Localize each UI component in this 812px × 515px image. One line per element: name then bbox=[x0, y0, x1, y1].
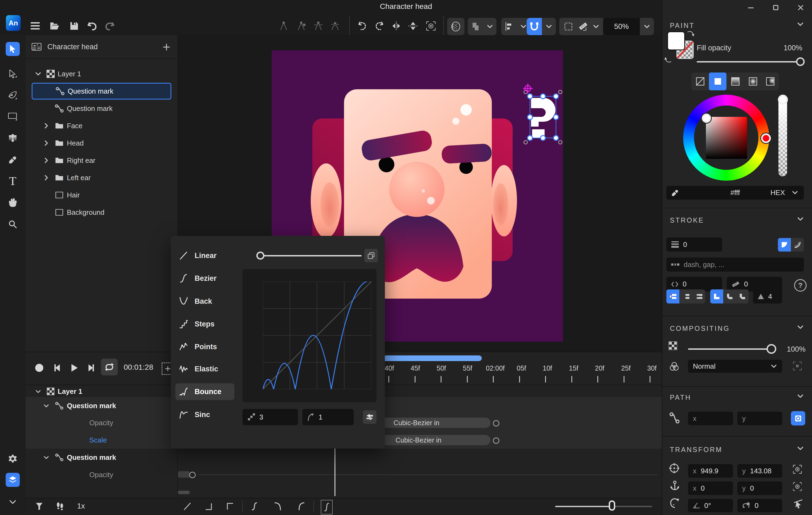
layer-row-background[interactable]: Background bbox=[26, 204, 177, 221]
collapse-rail-chevron-icon[interactable] bbox=[6, 496, 20, 508]
position-x-input[interactable]: x949.9 bbox=[688, 464, 733, 478]
timeline-row-layer1[interactable]: Layer 1 bbox=[26, 386, 177, 397]
layer-row-head[interactable]: Head bbox=[26, 135, 177, 151]
hex-mode-label[interactable]: HEX bbox=[771, 188, 785, 197]
join-bevel-button[interactable] bbox=[736, 290, 749, 303]
transform-collapse-chevron-icon[interactable] bbox=[797, 446, 804, 450]
easing-option-back[interactable]: Back bbox=[179, 294, 212, 308]
eyedropper-tool[interactable] bbox=[6, 153, 20, 167]
chevron-right-icon[interactable] bbox=[41, 157, 52, 163]
isolate-blending-icon[interactable] bbox=[793, 361, 802, 370]
position-origin-icon[interactable] bbox=[793, 465, 802, 474]
alpha-handle[interactable] bbox=[778, 95, 788, 105]
save-icon[interactable] bbox=[68, 20, 81, 32]
keyframe-hollow[interactable] bbox=[493, 420, 499, 427]
timeline-row-scale[interactable]: Scale bbox=[89, 436, 107, 445]
timeline-row-opacity-2[interactable]: Opacity bbox=[89, 471, 113, 479]
hex-mode-chevron-icon[interactable] bbox=[792, 191, 798, 194]
path-follow-button[interactable] bbox=[791, 411, 805, 425]
rotate-ccw-icon[interactable] bbox=[355, 20, 369, 32]
stroke-width-input[interactable]: 0 bbox=[666, 238, 722, 251]
path-section-header[interactable]: PATH bbox=[670, 394, 691, 401]
bounce-stiffness-input[interactable]: 1 bbox=[302, 409, 354, 425]
anchor-origin-icon[interactable] bbox=[793, 482, 802, 491]
zoom-tool[interactable] bbox=[6, 217, 20, 231]
character-nose[interactable] bbox=[389, 162, 444, 217]
anchor-x-input[interactable]: x0 bbox=[688, 481, 733, 495]
direct-select-tool[interactable] bbox=[6, 67, 20, 81]
layer-row-hair[interactable]: Hair bbox=[26, 187, 177, 203]
easing-smooth-icon[interactable] bbox=[249, 501, 260, 512]
swap-fill-stroke-icon[interactable] bbox=[687, 30, 694, 37]
align-dropdown[interactable] bbox=[501, 18, 530, 35]
transform-section-header[interactable]: TRANSFORM bbox=[670, 446, 722, 454]
bounce-count-input[interactable]: 3 bbox=[242, 409, 298, 425]
rectangle-tool[interactable] bbox=[6, 110, 20, 124]
undo-icon[interactable] bbox=[86, 20, 98, 32]
timeline-row-question-mark-1[interactable]: Question mark bbox=[26, 400, 177, 412]
text-tool[interactable]: T bbox=[6, 174, 20, 188]
maximize-button[interactable] bbox=[770, 2, 782, 13]
compositing-section-header[interactable]: COMPOSITING bbox=[670, 325, 730, 332]
stroke-help-icon[interactable]: ? bbox=[794, 279, 807, 292]
layer-row-right-ear[interactable]: Right ear bbox=[26, 152, 177, 169]
zoom-level-dropdown[interactable] bbox=[640, 18, 654, 35]
cap-round-button[interactable] bbox=[679, 290, 692, 303]
layers-mode-button[interactable] bbox=[6, 473, 20, 487]
fill-opacity-value[interactable]: 100% bbox=[784, 44, 802, 52]
redo-icon[interactable] bbox=[104, 20, 116, 32]
skip-start-button[interactable] bbox=[51, 362, 62, 374]
chevron-down-icon[interactable] bbox=[41, 456, 52, 459]
alpha-slider[interactable] bbox=[778, 95, 787, 176]
rotation-count-input[interactable]: 0 bbox=[737, 499, 782, 512]
easing-hold-start-icon[interactable] bbox=[224, 501, 236, 512]
app-logo[interactable]: An bbox=[6, 15, 21, 31]
stroke-inside-button[interactable] bbox=[778, 238, 791, 251]
easing-option-bounce[interactable]: Bounce bbox=[179, 385, 222, 399]
play-button[interactable] bbox=[68, 362, 80, 374]
fill-swatch[interactable] bbox=[667, 31, 685, 50]
stroke-outside-button[interactable] bbox=[791, 238, 804, 251]
rotation-angle-input[interactable]: 0° bbox=[688, 499, 733, 512]
layer-row-left-ear[interactable]: Left ear bbox=[26, 169, 177, 186]
snap-magnet-button[interactable] bbox=[527, 18, 542, 35]
paint-angular-gradient-button[interactable] bbox=[762, 72, 779, 90]
copy-easing-button[interactable] bbox=[364, 249, 378, 262]
pen-tool[interactable] bbox=[6, 88, 20, 102]
compositing-collapse-chevron-icon[interactable] bbox=[797, 325, 804, 329]
record-button[interactable] bbox=[33, 362, 45, 374]
texture-button[interactable] bbox=[447, 18, 464, 35]
easing-option-steps[interactable]: Steps bbox=[179, 317, 215, 331]
paint-section-header[interactable]: PAINT bbox=[670, 22, 695, 29]
character-left-eye[interactable] bbox=[379, 157, 394, 172]
selection-tools-dropdown[interactable] bbox=[559, 18, 604, 35]
bind-tool[interactable] bbox=[6, 131, 20, 145]
easing-custom-icon[interactable] bbox=[321, 500, 332, 514]
keyframe-hollow[interactable] bbox=[189, 472, 196, 478]
playback-rate[interactable]: 1x bbox=[77, 502, 85, 510]
cap-butt-button[interactable] bbox=[666, 290, 679, 303]
flip-vertical-icon[interactable] bbox=[406, 20, 420, 32]
timeline-scrollbar[interactable] bbox=[178, 491, 190, 494]
paint-collapse-chevron-icon[interactable] bbox=[797, 22, 804, 26]
chevron-down-icon[interactable] bbox=[41, 404, 52, 407]
position-y-input[interactable]: y143.08 bbox=[737, 464, 782, 478]
easing-linear-icon[interactable] bbox=[181, 501, 193, 512]
settings-gear-icon[interactable] bbox=[6, 452, 20, 466]
sv-square[interactable] bbox=[706, 117, 747, 159]
easing-option-bezier[interactable]: Bezier bbox=[179, 271, 216, 285]
node-add-tool-icon[interactable] bbox=[294, 20, 308, 32]
compositing-opacity-slider[interactable] bbox=[688, 349, 774, 350]
stroke-section-header[interactable]: STROKE bbox=[670, 216, 704, 224]
flip-horizontal-icon[interactable] bbox=[389, 20, 403, 32]
cap-square-button[interactable] bbox=[692, 290, 705, 303]
stroke-dash-input[interactable]: dash, gap, ... bbox=[666, 258, 804, 272]
snap-magnet-dropdown[interactable] bbox=[542, 18, 556, 35]
timeline-row-question-mark-2[interactable]: Question mark bbox=[26, 451, 177, 463]
chevron-down-icon[interactable] bbox=[33, 390, 44, 393]
path-collapse-chevron-icon[interactable] bbox=[797, 394, 804, 398]
select-tool[interactable] bbox=[6, 42, 20, 56]
paint-radial-gradient-button[interactable] bbox=[744, 72, 762, 90]
node-tool-icon[interactable] bbox=[277, 20, 291, 32]
fill-opacity-slider-handle[interactable] bbox=[796, 57, 805, 66]
